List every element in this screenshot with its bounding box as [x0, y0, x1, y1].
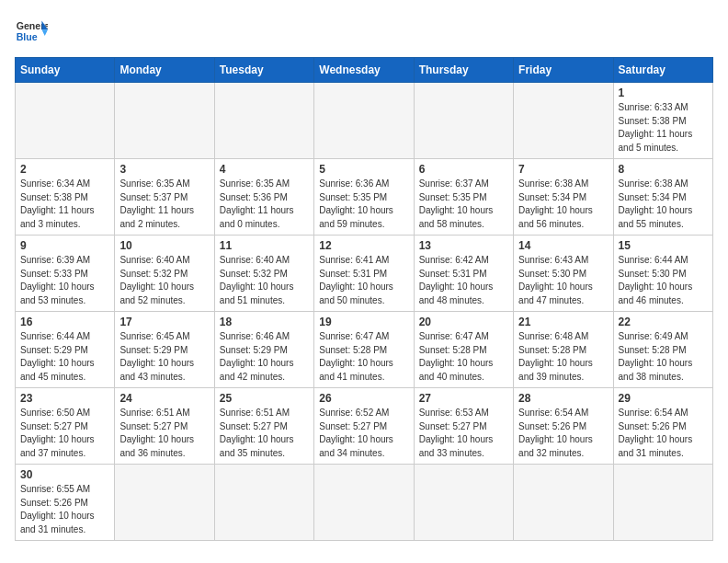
- day-info: Sunrise: 6:51 AM Sunset: 5:27 PM Dayligh…: [220, 407, 309, 460]
- day-number: 25: [220, 392, 309, 405]
- day-number: 13: [419, 239, 508, 252]
- day-number: 4: [220, 163, 309, 176]
- day-cell: 26Sunrise: 6:52 AM Sunset: 5:27 PM Dayli…: [314, 388, 414, 465]
- logo-icon: General Blue: [15, 15, 48, 48]
- day-info: Sunrise: 6:49 AM Sunset: 5:28 PM Dayligh…: [619, 330, 708, 384]
- day-info: Sunrise: 6:47 AM Sunset: 5:28 PM Dayligh…: [319, 330, 408, 384]
- day-cell: [115, 83, 214, 159]
- day-cell: 20Sunrise: 6:47 AM Sunset: 5:28 PM Dayli…: [414, 312, 513, 388]
- svg-marker-3: [41, 29, 48, 36]
- weekday-monday: Monday: [115, 58, 214, 83]
- header: General Blue: [15, 15, 713, 48]
- day-cell: 9Sunrise: 6:39 AM Sunset: 5:33 PM Daylig…: [16, 236, 115, 312]
- day-info: Sunrise: 6:38 AM Sunset: 5:34 PM Dayligh…: [619, 178, 708, 231]
- day-number: 1: [619, 86, 708, 99]
- weekday-header-row: SundayMondayTuesdayWednesdayThursdayFrid…: [16, 58, 713, 83]
- week-row-3: 9Sunrise: 6:39 AM Sunset: 5:33 PM Daylig…: [16, 236, 713, 312]
- day-info: Sunrise: 6:47 AM Sunset: 5:28 PM Dayligh…: [419, 330, 508, 384]
- day-number: 11: [220, 239, 309, 252]
- day-cell: 23Sunrise: 6:50 AM Sunset: 5:27 PM Dayli…: [16, 388, 115, 465]
- day-cell: 14Sunrise: 6:43 AM Sunset: 5:30 PM Dayli…: [514, 236, 613, 312]
- weekday-thursday: Thursday: [414, 58, 513, 83]
- svg-text:Blue: Blue: [17, 31, 38, 42]
- day-cell: 18Sunrise: 6:46 AM Sunset: 5:29 PM Dayli…: [214, 312, 313, 388]
- day-info: Sunrise: 6:52 AM Sunset: 5:27 PM Dayligh…: [319, 407, 408, 460]
- day-cell: [514, 83, 613, 159]
- day-info: Sunrise: 6:51 AM Sunset: 5:27 PM Dayligh…: [119, 407, 209, 460]
- day-number: 5: [319, 163, 408, 176]
- day-cell: 29Sunrise: 6:54 AM Sunset: 5:26 PM Dayli…: [613, 388, 712, 465]
- day-info: Sunrise: 6:37 AM Sunset: 5:35 PM Dayligh…: [419, 178, 508, 231]
- day-cell: 1Sunrise: 6:33 AM Sunset: 5:38 PM Daylig…: [613, 83, 712, 159]
- day-info: Sunrise: 6:44 AM Sunset: 5:29 PM Dayligh…: [20, 330, 109, 384]
- day-info: Sunrise: 6:39 AM Sunset: 5:33 PM Dayligh…: [20, 254, 109, 307]
- day-info: Sunrise: 6:36 AM Sunset: 5:35 PM Dayligh…: [319, 178, 408, 231]
- day-cell: 7Sunrise: 6:38 AM Sunset: 5:34 PM Daylig…: [514, 159, 613, 236]
- logo: General Blue: [15, 15, 48, 48]
- day-number: 26: [319, 392, 408, 405]
- day-number: 15: [619, 239, 708, 252]
- weekday-friday: Friday: [514, 58, 613, 83]
- day-cell: 24Sunrise: 6:51 AM Sunset: 5:27 PM Dayli…: [115, 388, 214, 465]
- day-number: 24: [119, 392, 209, 405]
- week-row-6: 30Sunrise: 6:55 AM Sunset: 5:26 PM Dayli…: [16, 465, 713, 541]
- day-cell: 17Sunrise: 6:45 AM Sunset: 5:29 PM Dayli…: [115, 312, 214, 388]
- day-number: 16: [20, 316, 109, 328]
- day-number: 14: [518, 239, 608, 252]
- day-cell: 8Sunrise: 6:38 AM Sunset: 5:34 PM Daylig…: [613, 159, 712, 236]
- day-info: Sunrise: 6:42 AM Sunset: 5:31 PM Dayligh…: [419, 254, 508, 307]
- day-cell: 6Sunrise: 6:37 AM Sunset: 5:35 PM Daylig…: [414, 159, 513, 236]
- day-cell: 10Sunrise: 6:40 AM Sunset: 5:32 PM Dayli…: [115, 236, 214, 312]
- day-cell: [214, 83, 313, 159]
- day-info: Sunrise: 6:40 AM Sunset: 5:32 PM Dayligh…: [220, 254, 309, 307]
- day-info: Sunrise: 6:48 AM Sunset: 5:28 PM Dayligh…: [518, 330, 608, 384]
- day-number: 21: [518, 316, 608, 328]
- day-number: 9: [20, 239, 109, 252]
- day-info: Sunrise: 6:44 AM Sunset: 5:30 PM Dayligh…: [619, 254, 708, 307]
- day-number: 22: [619, 316, 708, 328]
- day-info: Sunrise: 6:35 AM Sunset: 5:36 PM Dayligh…: [220, 178, 309, 231]
- weekday-saturday: Saturday: [613, 58, 712, 83]
- day-cell: 4Sunrise: 6:35 AM Sunset: 5:36 PM Daylig…: [214, 159, 313, 236]
- day-info: Sunrise: 6:35 AM Sunset: 5:37 PM Dayligh…: [119, 178, 209, 231]
- day-number: 28: [518, 392, 608, 405]
- week-row-2: 2Sunrise: 6:34 AM Sunset: 5:38 PM Daylig…: [16, 159, 713, 236]
- weekday-sunday: Sunday: [16, 58, 115, 83]
- day-cell: 3Sunrise: 6:35 AM Sunset: 5:37 PM Daylig…: [115, 159, 214, 236]
- day-cell: [514, 465, 613, 541]
- day-number: 7: [518, 163, 608, 176]
- day-cell: [115, 465, 214, 541]
- day-cell: [613, 465, 712, 541]
- day-cell: [314, 465, 414, 541]
- day-info: Sunrise: 6:45 AM Sunset: 5:29 PM Dayligh…: [119, 330, 209, 384]
- day-cell: 27Sunrise: 6:53 AM Sunset: 5:27 PM Dayli…: [414, 388, 513, 465]
- day-cell: 28Sunrise: 6:54 AM Sunset: 5:26 PM Dayli…: [514, 388, 613, 465]
- day-info: Sunrise: 6:46 AM Sunset: 5:29 PM Dayligh…: [220, 330, 309, 384]
- day-cell: 30Sunrise: 6:55 AM Sunset: 5:26 PM Dayli…: [16, 465, 115, 541]
- week-row-1: 1Sunrise: 6:33 AM Sunset: 5:38 PM Daylig…: [16, 83, 713, 159]
- day-number: 10: [119, 239, 209, 252]
- day-cell: 22Sunrise: 6:49 AM Sunset: 5:28 PM Dayli…: [613, 312, 712, 388]
- day-info: Sunrise: 6:43 AM Sunset: 5:30 PM Dayligh…: [518, 254, 608, 307]
- day-cell: 11Sunrise: 6:40 AM Sunset: 5:32 PM Dayli…: [214, 236, 313, 312]
- day-info: Sunrise: 6:50 AM Sunset: 5:27 PM Dayligh…: [20, 407, 109, 460]
- day-info: Sunrise: 6:53 AM Sunset: 5:27 PM Dayligh…: [419, 407, 508, 460]
- day-number: 17: [119, 316, 209, 328]
- day-info: Sunrise: 6:54 AM Sunset: 5:26 PM Dayligh…: [518, 407, 608, 460]
- day-number: 20: [419, 316, 508, 328]
- day-cell: 5Sunrise: 6:36 AM Sunset: 5:35 PM Daylig…: [314, 159, 414, 236]
- day-number: 29: [619, 392, 708, 405]
- week-row-4: 16Sunrise: 6:44 AM Sunset: 5:29 PM Dayli…: [16, 312, 713, 388]
- day-number: 30: [20, 468, 109, 481]
- page: General Blue SundayMondayTuesdayWednesda…: [0, 0, 728, 550]
- day-number: 19: [319, 316, 408, 328]
- day-number: 23: [20, 392, 109, 405]
- day-info: Sunrise: 6:40 AM Sunset: 5:32 PM Dayligh…: [119, 254, 209, 307]
- day-info: Sunrise: 6:34 AM Sunset: 5:38 PM Dayligh…: [20, 178, 109, 231]
- weekday-tuesday: Tuesday: [214, 58, 313, 83]
- day-info: Sunrise: 6:55 AM Sunset: 5:26 PM Dayligh…: [20, 483, 109, 536]
- day-cell: [314, 83, 414, 159]
- day-info: Sunrise: 6:54 AM Sunset: 5:26 PM Dayligh…: [619, 407, 708, 460]
- day-cell: 19Sunrise: 6:47 AM Sunset: 5:28 PM Dayli…: [314, 312, 414, 388]
- day-number: 12: [319, 239, 408, 252]
